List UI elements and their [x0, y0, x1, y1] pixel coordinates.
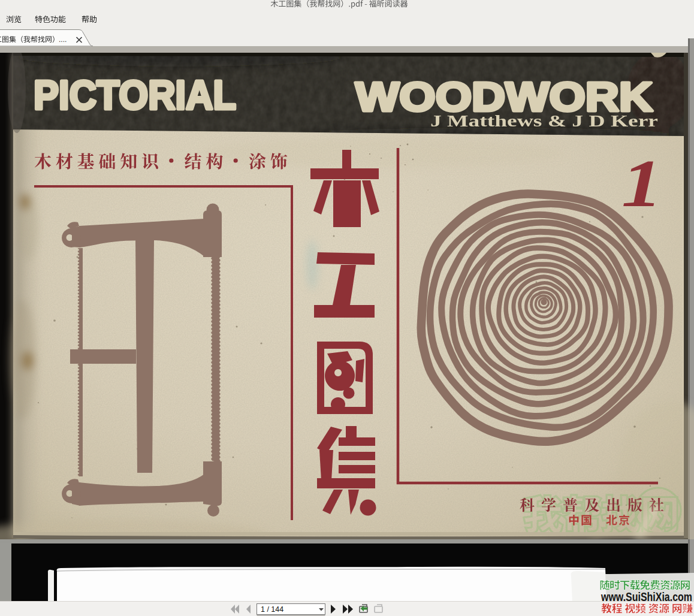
svg-text:www.SuiShiXia.com: www.SuiShiXia.com: [601, 590, 692, 603]
svg-text:J Matthews & J D Kerr: J Matthews & J D Kerr: [430, 111, 658, 130]
svg-text:PICTORIAL: PICTORIAL: [34, 72, 236, 117]
svg-text:1: 1: [621, 146, 662, 221]
svg-text:....: ....: [59, 35, 67, 44]
svg-text:1 / 144: 1 / 144: [261, 605, 283, 614]
